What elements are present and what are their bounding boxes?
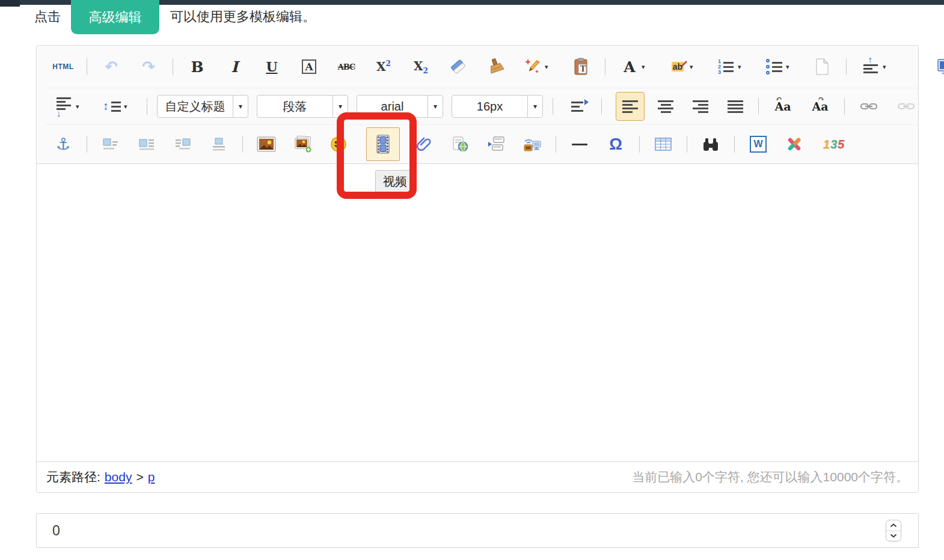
superscript-button[interactable]: X2 (372, 55, 396, 79)
editor-content-area[interactable] (37, 164, 918, 461)
underline-button[interactable]: U (260, 55, 284, 79)
char-count-info: 当前已输入0个字符, 您还可以输入10000个字符。 (632, 469, 909, 485)
toolbar-separator (556, 136, 556, 153)
bold-button[interactable]: B (185, 55, 209, 79)
editor-status-bar: 元素路径: body > p 当前已输入0个字符, 您还可以输入10000个字符… (37, 461, 918, 492)
special-char-button[interactable]: Ω (604, 132, 628, 156)
auto-typeset-button[interactable]: ▾ (521, 55, 556, 79)
element-path-separator: > (136, 470, 143, 484)
word-import-button[interactable]: W (746, 132, 770, 156)
to-uppercase-button[interactable]: ↶Aa (771, 94, 795, 118)
italic-button[interactable]: I (222, 55, 247, 79)
html-source-icon: HTML (52, 62, 73, 71)
font-color-icon: A (624, 58, 635, 76)
image-center-icon (211, 137, 227, 151)
screen-share-button[interactable] (520, 132, 544, 156)
align-right-button[interactable] (687, 93, 714, 120)
undo-icon: ↶ (105, 59, 118, 75)
justify-button[interactable] (722, 93, 749, 120)
insert-multi-image-button[interactable] (290, 132, 314, 156)
dropdown-arrow-icon: ▾ (124, 103, 132, 111)
toolbar-separator (87, 58, 87, 75)
horizontal-rule-button[interactable] (568, 132, 592, 156)
toolbar-separator (242, 136, 243, 153)
search-replace-button[interactable] (699, 132, 723, 156)
subscript-button[interactable]: X2 (409, 55, 433, 79)
ordered-list-button[interactable]: 123 ▾ (714, 55, 749, 79)
format-painter-button[interactable] (483, 55, 507, 79)
insert-table-button[interactable] (651, 132, 675, 156)
element-path-body-link[interactable]: body (105, 470, 132, 484)
custom-style-select[interactable]: 自定义标题 ▾ (157, 95, 248, 118)
toolbar-separator (846, 58, 847, 75)
brush-icon (486, 58, 504, 75)
undo-button[interactable]: ↶ (99, 55, 123, 79)
anchor-button[interactable]: ⚓ (51, 132, 75, 156)
image-float-right-icon (175, 137, 191, 151)
subscript-icon: X2 (414, 59, 428, 75)
attachment-button[interactable] (412, 132, 436, 156)
advanced-edit-button[interactable]: 高级编辑 (71, 0, 159, 34)
image-icon (257, 136, 276, 152)
135-logo-icon: 135 (823, 138, 845, 151)
toolbar-separator (87, 136, 87, 153)
align-center-button[interactable] (652, 93, 679, 120)
stepper-up-button[interactable] (886, 520, 901, 531)
paragraph-spacing-button[interactable]: ↓ ▾ (52, 94, 87, 118)
highlight-color-button[interactable]: ab ▾ (666, 55, 700, 79)
insert-iframe-button[interactable] (448, 132, 472, 156)
font-family-select[interactable]: arial ▾ (357, 95, 443, 118)
source-code-button[interactable]: HTML (49, 55, 78, 79)
line-height-button[interactable]: ↕ ▾ (100, 94, 135, 118)
remove-format-button[interactable] (446, 55, 470, 79)
font-border-button[interactable]: A (297, 55, 321, 79)
element-path-p-link[interactable]: p (148, 470, 155, 484)
remove-link-button[interactable] (894, 94, 918, 118)
editor-toolbar: HTML ↶ ↷ B I U A ABC X2 X2 ▾ (37, 46, 918, 164)
unlink-icon (897, 100, 915, 112)
image-inline-icon (139, 137, 155, 151)
italic-icon: I (231, 58, 238, 76)
number-input[interactable] (37, 522, 886, 540)
editor-135-button[interactable]: 135 (818, 132, 850, 156)
lowercase-icon: ↷Aa (812, 101, 828, 112)
unordered-list-button[interactable]: ▾ (762, 55, 797, 79)
to-lowercase-button[interactable]: ↷Aa (808, 94, 832, 118)
emoji-icon (330, 136, 347, 153)
strikethrough-button[interactable]: ABC (334, 55, 358, 79)
blank-page-button[interactable] (810, 55, 834, 79)
dropdown-arrow-icon: ▾ (545, 63, 553, 71)
emoji-button[interactable] (326, 132, 351, 156)
number-stepper[interactable] (886, 520, 901, 541)
paragraph-format-select[interactable]: 段落 ▾ (257, 95, 348, 118)
redo-button[interactable]: ↷ (136, 55, 161, 79)
underline-icon: U (266, 59, 277, 75)
preview-button[interactable] (934, 55, 944, 79)
formula-135-button[interactable] (782, 132, 806, 156)
image-center-button[interactable] (207, 132, 231, 156)
dropdown-arrow-icon: ▾ (76, 103, 84, 111)
toolbar-separator (605, 58, 605, 75)
scene-template-button[interactable] (484, 132, 508, 156)
omega-icon: Ω (609, 136, 622, 153)
image-float-right-button[interactable] (171, 132, 195, 156)
font-size-select[interactable]: 16px ▾ (452, 95, 543, 118)
toolbar-separator (553, 98, 553, 115)
paste-as-text-button[interactable]: T (569, 55, 593, 79)
indent-button[interactable] (565, 94, 589, 118)
table-icon (655, 137, 672, 151)
image-inline-button[interactable] (135, 132, 159, 156)
dropdown-arrow-icon: ▾ (428, 96, 443, 117)
image-float-left-button[interactable] (99, 132, 123, 156)
font-color-button[interactable]: A ▾ (618, 55, 652, 79)
dropdown-arrow-icon: ▾ (642, 63, 650, 71)
insert-link-button[interactable] (857, 94, 881, 118)
stepper-down-button[interactable] (886, 531, 901, 541)
insert-video-button[interactable] (366, 127, 400, 161)
insert-image-button[interactable] (254, 132, 278, 156)
align-left-button[interactable] (616, 92, 645, 121)
toolbar-separator (639, 136, 640, 153)
toolbar-separator (758, 98, 759, 115)
scene-template-icon (488, 136, 504, 152)
paragraph-top-button[interactable]: ↑ ▾ (859, 55, 893, 79)
